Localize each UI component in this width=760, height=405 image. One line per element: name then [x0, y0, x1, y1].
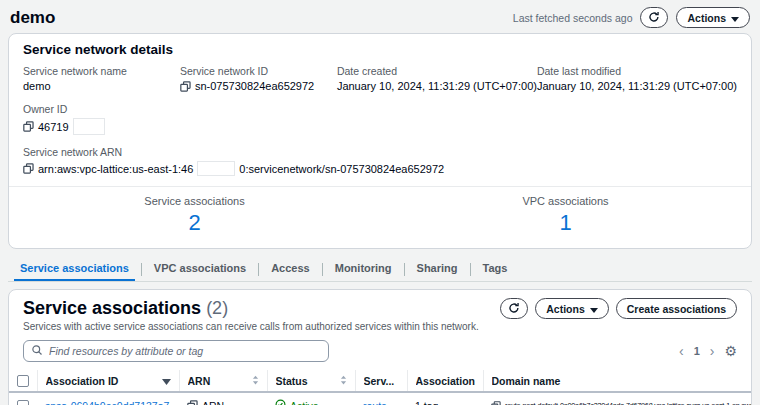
status-badge: Active	[275, 399, 347, 405]
column-header-status[interactable]: Status	[267, 370, 355, 392]
search-icon	[31, 344, 43, 359]
column-header-arn[interactable]: ARN	[179, 370, 267, 392]
domain-name: route-post-default-0a00a6b7c220d4ada.7d6…	[505, 401, 751, 405]
details-fields: Service network name demo Service networ…	[9, 61, 751, 186]
stat-vpc-associations: VPC associations 1	[380, 195, 751, 236]
field-service-network-id: Service network ID sn-075730824ea652972	[180, 65, 337, 92]
association-id-link[interactable]: snsa-0694b0ec0dd7137a7	[45, 400, 169, 405]
copy-icon[interactable]	[23, 163, 34, 174]
table-row: snsa-0694b0ec0dd7137a7 ARN Active	[9, 392, 751, 405]
column-header-association-id[interactable]: Association ID	[37, 370, 179, 392]
tab-service-associations[interactable]: Service associations	[8, 258, 141, 280]
details-panel-title: Service network details	[23, 42, 737, 57]
associations-count: (2)	[206, 298, 228, 318]
service-link[interactable]: route-...	[363, 400, 399, 405]
page-header: demo Last fetched seconds ago Actions	[0, 0, 760, 33]
pagination-prev-icon[interactable]: ‹	[679, 344, 684, 358]
field-date-modified: Date last modified January 10, 2024, 11:…	[537, 65, 737, 92]
copy-icon[interactable]	[187, 400, 198, 405]
table-refresh-button[interactable]	[500, 298, 528, 319]
redacted-owner-id	[73, 118, 105, 135]
service-network-details-panel: Service network details Service network …	[8, 33, 752, 249]
status-success-icon	[275, 399, 286, 405]
field-service-network-arn: Service network ARN arn:aws:vpc-lattice:…	[23, 146, 737, 176]
associations-description: Services with active service association…	[23, 321, 479, 332]
sort-descending-icon	[162, 375, 171, 387]
field-owner-id: Owner ID 46719	[23, 103, 180, 135]
redacted-account-id	[197, 161, 235, 176]
refresh-icon	[508, 302, 520, 316]
copy-icon[interactable]	[23, 121, 34, 132]
stat-service-associations: Service associations 2	[9, 195, 380, 236]
tab-sharing[interactable]: Sharing	[405, 258, 470, 280]
table-header-row: Association ID ARN Status	[9, 370, 751, 392]
table-preferences-gear-icon[interactable]: ⚙	[724, 344, 737, 358]
pagination-page-number[interactable]: 1	[694, 345, 700, 357]
select-all-checkbox[interactable]	[17, 375, 29, 387]
association-stats: Service associations 2 VPC associations …	[9, 186, 751, 248]
tab-vpc-associations[interactable]: VPC associations	[142, 258, 258, 280]
tab-access[interactable]: Access	[259, 258, 322, 280]
pagination-next-icon[interactable]: ›	[710, 344, 715, 358]
tab-strip: Service associations VPC associations Ac…	[8, 257, 752, 282]
page-actions-button[interactable]: Actions	[676, 7, 750, 28]
tab-monitoring[interactable]: Monitoring	[323, 258, 404, 280]
last-fetched-text: Last fetched seconds ago	[513, 12, 633, 24]
service-associations-panel: Service associations (2) Services with a…	[8, 289, 752, 405]
sort-icon	[252, 375, 259, 387]
sort-icon	[340, 375, 347, 387]
associations-table: Association ID ARN Status	[9, 370, 751, 405]
tag-count: 1 tag	[415, 400, 438, 405]
page-title: demo	[10, 8, 55, 28]
copy-icon[interactable]	[180, 81, 191, 92]
field-service-network-name: Service network name demo	[23, 65, 180, 92]
column-header-association-tags[interactable]: Association t...	[407, 370, 483, 392]
search-box	[23, 340, 329, 362]
caret-down-icon	[590, 303, 598, 315]
arn-label: ARN	[202, 400, 224, 405]
copy-icon[interactable]	[491, 401, 501, 405]
refresh-icon	[648, 11, 660, 25]
search-input[interactable]	[49, 345, 321, 357]
tab-tags[interactable]: Tags	[471, 258, 520, 280]
row-checkbox[interactable]	[17, 400, 29, 405]
field-date-created: Date created January 10, 2024, 11:31:29 …	[337, 65, 537, 92]
refresh-button[interactable]	[640, 7, 668, 28]
caret-down-icon	[731, 12, 739, 24]
associations-panel-title: Service associations (2)	[23, 298, 479, 319]
table-actions-button[interactable]: Actions	[535, 298, 609, 319]
create-associations-button[interactable]: Create associations	[616, 298, 737, 319]
column-header-domain-name: Domain name	[483, 370, 751, 392]
column-header-service[interactable]: Serv...	[355, 370, 407, 392]
